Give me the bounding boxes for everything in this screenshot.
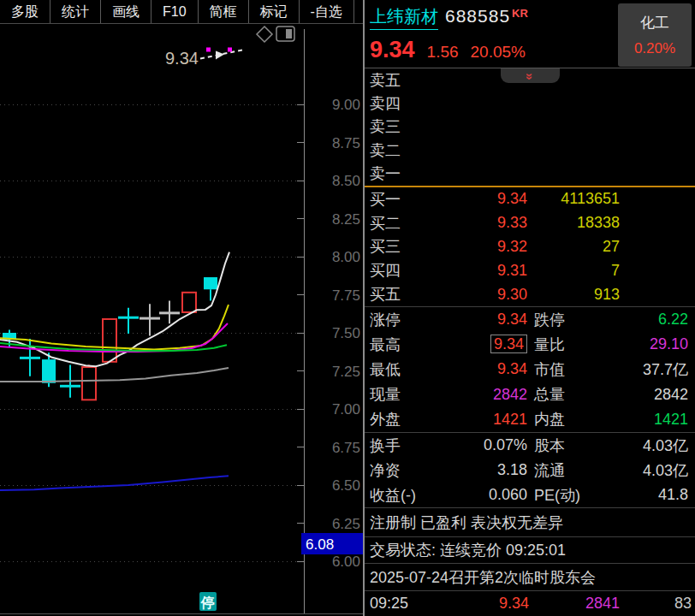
outer-lots-value: 1421: [425, 411, 527, 429]
fundamentals-section: 换手0.07%股本4.03亿 净资3.18流通4.03亿 收益(-)0.060P…: [365, 432, 695, 507]
stats-section: 涨停9.34跌停6.22 最高9.34量比29.10 最低9.34市值37.7亿…: [365, 306, 695, 432]
sector-name: 化工: [640, 13, 669, 33]
sell1-label: 卖一: [370, 163, 425, 184]
tick-volume: 2841: [529, 595, 620, 613]
quote-panel: 上纬新材 688585 KR 9.34 1.56 20.05% 化工 0.20%…: [363, 0, 695, 616]
last-price: 9.34: [370, 37, 415, 63]
axis-tick-label: 6.75: [332, 440, 360, 456]
buy5-price: 9.30: [425, 286, 527, 304]
axis-tick-label: 8.75: [332, 135, 360, 151]
menu-item-remove-watchlist[interactable]: -自选: [300, 0, 354, 23]
limit-up-label: 涨停: [370, 310, 425, 330]
buy4-label: 买四: [370, 260, 425, 281]
stats-row-high: 最高9.34量比29.10: [370, 335, 688, 355]
limit-up-dot: [206, 47, 211, 51]
buy-row-2: 买二9.3318338: [370, 213, 688, 234]
float-shares-label: 流通: [534, 460, 587, 481]
volume-ratio-label: 量比: [534, 335, 587, 355]
kline-chart[interactable]: 9.008.758.508.258.007.757.507.257.006.75…: [0, 24, 363, 616]
price-change: 1.56: [427, 43, 459, 62]
quote-header: 上纬新材 688585 KR 9.34 1.56 20.05% 化工 0.20%: [365, 0, 695, 68]
fund-row-turnover: 换手0.07%股本4.03亿: [370, 435, 688, 456]
axis-tick-label: 7.00: [332, 401, 360, 418]
buy4-volume: 7: [527, 262, 620, 280]
buy5-volume: 913: [527, 286, 620, 304]
menu-item-simple-frame[interactable]: 简框: [199, 0, 249, 23]
turnover-value: 0.07%: [425, 436, 527, 454]
down-candle: [204, 277, 217, 289]
buy2-volume: 18338: [527, 214, 620, 232]
total-volume-label: 总量: [534, 384, 587, 405]
collapse-tab[interactable]: »: [501, 68, 560, 83]
sell-row-1: 卖一: [370, 163, 688, 184]
stock-name[interactable]: 上纬新材: [370, 5, 438, 30]
inner-lots-value: 1421: [587, 411, 688, 429]
axis-tick-label: 6.50: [332, 477, 360, 494]
trade-status-text: 交易状态: 连续竞价 09:25:01: [370, 540, 566, 560]
pe-label: PE(动): [534, 485, 587, 506]
axis-tick-label: 9.00: [332, 97, 360, 113]
sector-block[interactable]: 化工 0.20%: [618, 3, 692, 67]
outer-lots-label: 外盘: [370, 409, 425, 429]
buy5-label: 买五: [370, 284, 425, 305]
buy-row-1: 买一9.344113651: [370, 189, 688, 210]
buy-row-3: 买三9.3227: [370, 236, 688, 257]
buy1-price: 9.34: [425, 190, 527, 208]
menu-item-draw-line[interactable]: 画线: [101, 0, 151, 23]
buy-row-4: 买四9.317: [370, 260, 688, 281]
net-assets-value: 3.18: [425, 461, 527, 479]
chevron-down-icon: »: [524, 73, 537, 78]
price-marker-label: 6.08: [306, 536, 334, 553]
trade-status-row: 交易状态: 连续竞价 09:25:01: [365, 536, 695, 563]
buy1-label: 买一: [370, 189, 425, 210]
market-cap-label: 市值: [534, 359, 587, 380]
announcement-row[interactable]: 2025-07-24召开第2次临时股东会: [365, 563, 695, 590]
axis-tick-label: 8.25: [332, 211, 360, 228]
share-capital-value: 4.03亿: [587, 435, 688, 456]
latest-tick-row: 09:25 9.34 2841 83: [365, 590, 695, 616]
axis-tick-label: 7.25: [332, 364, 360, 380]
tick-time: 09:25: [370, 595, 430, 613]
diamond-icon[interactable]: [257, 27, 272, 42]
buy2-label: 买二: [370, 213, 425, 234]
tick-price: 9.34: [430, 595, 529, 613]
menu-item-mark[interactable]: 标记: [249, 0, 300, 23]
buy3-volume: 27: [527, 238, 620, 256]
stock-code: 688585: [445, 6, 510, 27]
pe-value: 41.8: [587, 486, 688, 504]
arrowhead: [216, 50, 224, 59]
menu-item-f10[interactable]: F10: [151, 0, 199, 23]
fund-row-net-assets: 净资3.18流通4.03亿: [370, 460, 688, 481]
buy-queue: 买一9.344113651 买二9.3318338 买三9.3227 买四9.3…: [365, 187, 695, 306]
limit-up-value: 9.34: [425, 311, 527, 329]
float-shares-value: 4.03亿: [587, 460, 688, 481]
total-volume-value: 2842: [587, 386, 688, 404]
stock-app-window: 多股 统计 画线 F10 简框 标记 -自选 返回 9.008.758.508.…: [0, 0, 695, 616]
stats-row-limit: 涨停9.34跌停6.22: [370, 310, 688, 330]
axis-tick-label: 8.00: [332, 249, 360, 265]
stats-row-lots: 外盘1421内盘1421: [370, 409, 688, 429]
ma-blue-line: [0, 476, 229, 490]
share-capital-label: 股本: [534, 435, 587, 456]
top-menu-bar: 多股 统计 画线 F10 简框 标记 -自选 返回: [0, 0, 363, 24]
current-volume-value: 2842: [425, 386, 527, 404]
net-assets-label: 净资: [370, 460, 425, 481]
peak-price-label: 9.34: [165, 49, 199, 68]
menu-item-statistics[interactable]: 统计: [50, 0, 101, 23]
buy4-price: 9.31: [425, 262, 527, 280]
kr-board-flag: KR: [512, 7, 528, 20]
menu-item-multi-stock[interactable]: 多股: [0, 0, 50, 23]
turnover-label: 换手: [370, 435, 425, 456]
buy1-volume: 4113651: [527, 190, 620, 208]
stats-row-low: 最低9.34市值37.7亿: [370, 359, 688, 380]
sell-row-2: 卖二: [370, 140, 688, 161]
sell-queue: 卖五 卖四 卖三 卖二 卖一: [365, 68, 695, 186]
up-candle: [182, 293, 196, 312]
current-volume-label: 现量: [370, 384, 425, 405]
panel-toggle-icon-fill: [286, 29, 292, 38]
market-cap-value: 37.7亿: [587, 359, 688, 380]
sell4-label: 卖四: [370, 93, 425, 114]
announcement-text: 2025-07-24召开第2次临时股东会: [370, 567, 596, 588]
sector-change-percent: 0.20%: [634, 40, 675, 57]
sell-row-4: 卖四: [370, 93, 688, 114]
